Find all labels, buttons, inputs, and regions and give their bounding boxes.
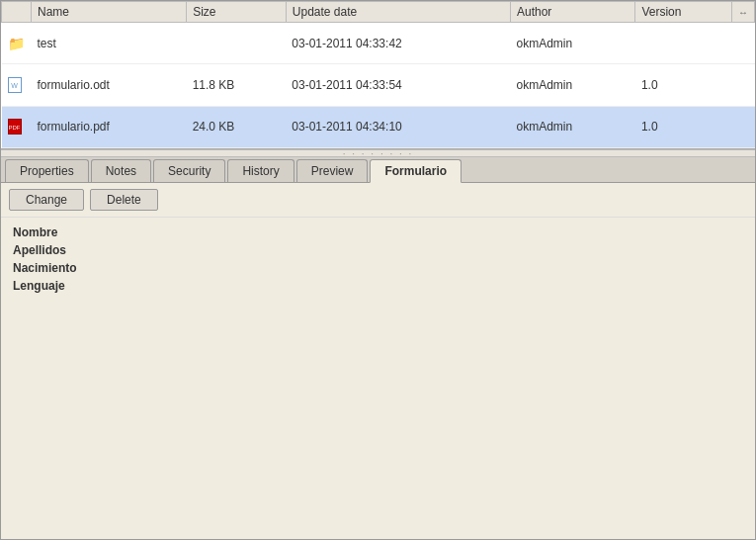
row-update-date: 03-01-2011 04:33:42 [286,23,510,64]
row-version [635,23,732,64]
col-header-size[interactable]: Size [187,2,287,23]
col-header-update-date[interactable]: Update date [286,2,510,23]
form-field-nacimiento: Nacimiento [13,261,743,275]
row-author: okmAdmin [510,23,634,64]
resize-handle[interactable]: · · · · · · · · [1,149,755,157]
main-container: Name Size Update date Author Version ↔ 📁… [0,0,756,540]
folder-icon: 📁 [8,36,25,51]
bottom-panel: PropertiesNotesSecurityHistoryPreviewFor… [1,157,755,539]
row-size: 24.0 KB [187,106,287,147]
row-name: formulario.odt [32,64,187,106]
buttons-row: Change Delete [1,183,755,218]
col-resize-icon: ↔ [738,7,748,18]
tab-history[interactable]: History [227,159,294,182]
form-field-nombre: Nombre [13,225,743,239]
col-header-name[interactable] [2,2,32,23]
form-field-apellidos: Apellidos [13,243,743,257]
col-header-version[interactable]: Version [635,2,732,23]
col-header-name[interactable]: Name [32,2,187,23]
row-name: formulario.pdf [32,106,187,147]
table-row[interactable]: Wformulario.odt11.8 KB03-01-2011 04:33:5… [2,64,755,106]
row-version: 1.0 [635,64,732,106]
odt-icon: W [8,77,22,93]
tab-security[interactable]: Security [153,159,225,182]
row-author: okmAdmin [510,64,634,106]
tab-properties[interactable]: Properties [5,159,89,182]
tab-content: Change Delete NombreApellidosNacimientoL… [1,183,755,539]
row-size: 11.8 KB [187,64,287,106]
form-fields: NombreApellidosNacimientoLenguaje [1,218,755,301]
row-author: okmAdmin [510,106,634,147]
row-extra [732,106,755,147]
tab-notes[interactable]: Notes [91,159,151,182]
table-row[interactable]: 📁test03-01-2011 04:33:42okmAdmin [2,23,755,64]
row-icon-cell: W [2,64,32,106]
row-extra [732,64,755,106]
row-extra [732,23,755,64]
row-icon-cell: 📁 [2,23,32,64]
row-name: test [32,23,187,64]
tab-formulario[interactable]: Formulario [370,159,462,183]
row-version: 1.0 [635,106,732,147]
col-resize-btn[interactable]: ↔ [732,2,755,23]
tab-preview[interactable]: Preview [296,159,369,182]
change-button[interactable]: Change [9,189,84,211]
table-row[interactable]: PDFformulario.pdf24.0 KB03-01-2011 04:34… [2,106,755,147]
tabs-bar: PropertiesNotesSecurityHistoryPreviewFor… [1,157,755,183]
row-icon-cell: PDF [2,106,32,147]
delete-button[interactable]: Delete [90,189,158,211]
row-update-date: 03-01-2011 04:34:10 [286,106,510,147]
file-table: Name Size Update date Author Version ↔ 📁… [1,1,755,148]
pdf-icon: PDF [8,119,22,135]
row-update-date: 03-01-2011 04:33:54 [286,64,510,106]
file-table-area: Name Size Update date Author Version ↔ 📁… [1,1,755,149]
col-header-author[interactable]: Author [510,2,634,23]
form-field-lenguaje: Lenguaje [13,279,743,293]
row-size [187,23,287,64]
